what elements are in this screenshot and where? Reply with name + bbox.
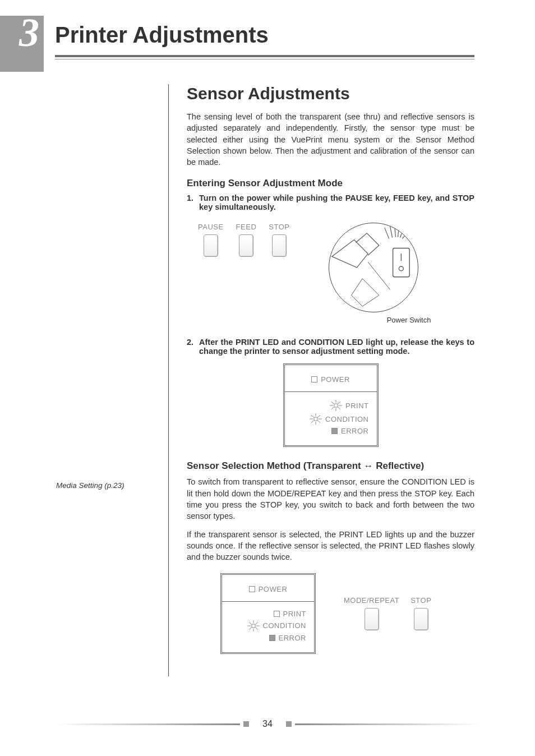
led-icon [249,586,255,592]
chapter-title: Printer Adjustments [55,22,269,48]
led-label-print: PRINT [345,402,369,410]
svg-point-2 [399,267,404,271]
step-number: 1. [187,193,199,211]
led-row-power: POWER [228,585,308,593]
sunburst-icon [310,413,322,425]
step-1: 1. Turn on the power while pushing the P… [187,193,474,211]
footer-ornament-icon [243,721,249,727]
footer-ornament-icon [286,721,292,727]
main-content: Sensor Adjustments The sensing level of … [168,84,474,676]
led-label-power: POWER [321,375,350,384]
svg-line-27 [256,628,258,630]
led-row-print: PRINT [290,400,371,411]
power-switch-circle-icon [329,223,418,312]
chapter-number: 3 [19,12,39,53]
subheading-sensor-selection: Sensor Selection Method (Transparent ↔ R… [187,460,474,472]
key-label-feed: FEED [236,223,257,231]
step-number: 2. [187,338,199,356]
key-mode-repeat: MODE/REPEAT [344,596,399,630]
led-label-condition: CONDITION [263,621,306,630]
svg-line-10 [331,407,334,409]
key-label-stop: STOP [411,596,431,605]
led-label-print: PRINT [283,610,307,618]
led-row-condition: CONDITION [228,620,308,631]
svg-line-19 [311,421,313,423]
key-label-pause: PAUSE [198,223,224,231]
svg-line-8 [331,402,334,404]
svg-rect-3 [334,404,338,407]
intro-paragraph: The sensing level of both the transparen… [187,111,474,168]
subheading-entering-mode: Entering Sensor Adjustment Mode [187,178,474,189]
section-title: Sensor Adjustments [187,84,474,103]
paragraph-selection-2: If the transparent sensor is selected, t… [187,529,474,563]
keycap-icon [204,234,218,257]
sunburst-icon [247,620,260,631]
led-panel-2: POWER PRINT CONDITION ERROR [220,573,316,654]
led-row-error: ERROR [228,634,308,642]
figure-keys-and-switch: PAUSE FEED STOP [198,223,474,324]
svg-line-9 [338,407,340,409]
svg-rect-12 [314,417,317,421]
key-group-2: MODE/REPEAT STOP [344,596,431,630]
svg-line-26 [249,622,251,624]
svg-rect-0 [393,248,410,277]
keycap-icon [239,234,253,257]
svg-line-20 [318,415,320,417]
power-switch-caption: Power Switch [306,316,435,324]
svg-line-17 [311,415,313,417]
page-footer: 34 [0,719,535,729]
led-icon [311,376,317,382]
side-note-media-setting: Media Setting (p.23) [56,481,124,490]
svg-line-11 [338,402,340,404]
sunburst-icon [330,400,342,411]
chapter-number-block: 3 [0,16,44,72]
led-panel-1: POWER PRINT CONDITION ERROR [283,363,379,447]
step-2: 2. After the PRINT LED and CONDITION LED… [187,338,474,356]
led-icon [274,611,280,617]
led-icon [269,635,275,641]
footer-rule-left [55,723,240,725]
key-label-stop: STOP [269,223,289,231]
keycap-icon [365,608,379,630]
header-rule-thick [55,55,474,57]
led-label-power: POWER [259,585,288,593]
keycap-icon [272,234,287,257]
step-text: Turn on the power while pushing the PAUS… [199,193,474,211]
figure-panel-and-keys: POWER PRINT CONDITION ERROR [220,573,474,654]
step-text: After the PRINT LED and CONDITION LED li… [199,338,474,356]
key-stop: STOP [269,223,289,257]
led-row-error: ERROR [290,427,371,435]
key-stop-2: STOP [411,596,431,630]
page-number: 34 [252,719,283,729]
svg-line-28 [249,628,251,630]
key-label-mode: MODE/REPEAT [344,596,399,605]
led-icon [331,428,338,434]
paragraph-selection-1: To switch from transparent to reflective… [187,476,474,522]
led-label-error: ERROR [341,427,368,435]
led-row-condition: CONDITION [290,413,371,425]
key-feed: FEED [236,223,257,257]
svg-line-18 [318,421,320,423]
key-pause: PAUSE [198,223,224,257]
header-rule-thin [55,59,474,59]
key-group: PAUSE FEED STOP [198,223,289,257]
led-label-error: ERROR [279,634,306,642]
svg-rect-21 [252,624,255,628]
led-label-condition: CONDITION [325,415,368,423]
power-switch-figure: Power Switch [306,223,435,324]
keycap-icon [414,608,428,630]
footer-rule-right [295,723,480,725]
led-row-print: PRINT [228,610,308,618]
svg-line-29 [256,622,258,624]
led-row-power: POWER [290,375,371,384]
